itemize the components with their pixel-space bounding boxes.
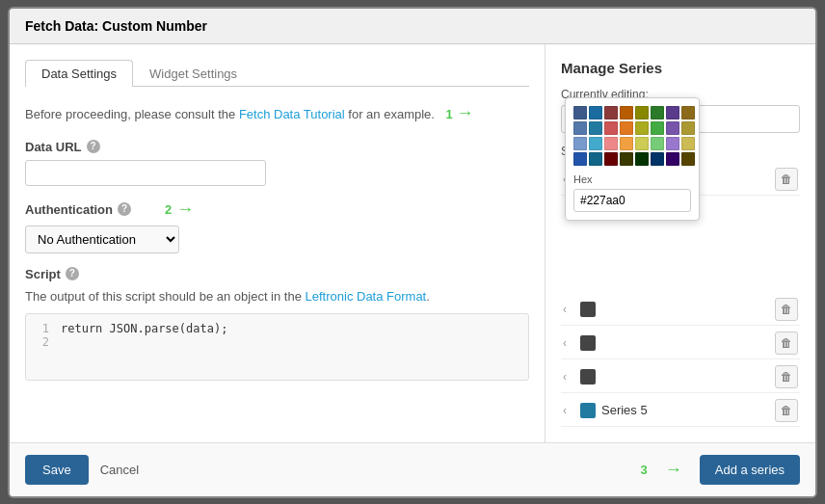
color-swatch[interactable]: [681, 106, 695, 119]
auth-help-icon[interactable]: ?: [118, 202, 131, 216]
color-grid: [573, 106, 691, 166]
color-swatch[interactable]: [620, 137, 633, 150]
series-5-arrow[interactable]: ‹: [563, 404, 574, 417]
color-swatch[interactable]: [604, 137, 618, 150]
modal-title: Fetch Data: Custom Number: [25, 18, 207, 34]
cancel-button[interactable]: Cancel: [100, 463, 139, 477]
code-line-2: 2: [34, 335, 520, 349]
color-swatch[interactable]: [604, 106, 618, 119]
code-editor[interactable]: 1 return JSON.parse(data); 2: [25, 313, 529, 381]
series-3-delete-button[interactable]: 🗑: [775, 332, 798, 355]
save-button[interactable]: Save: [25, 455, 89, 485]
series-5-name: Series 5: [601, 403, 769, 417]
color-swatch[interactable]: [666, 152, 679, 166]
series-3-arrow[interactable]: ‹: [563, 336, 574, 350]
add-series-button[interactable]: Add a series: [700, 455, 800, 485]
series-5-delete-button[interactable]: 🗑: [775, 399, 798, 422]
annotation-1: 1: [446, 107, 453, 121]
modal: Fetch Data: Custom Number Data Settings …: [8, 7, 817, 498]
code-line-1: 1 return JSON.parse(data);: [34, 322, 520, 335]
modal-body: Data Settings Widget Settings Before pro…: [10, 44, 815, 442]
color-swatch[interactable]: [620, 152, 633, 166]
series-2-color-swatch[interactable]: [580, 302, 596, 317]
color-swatch[interactable]: [651, 137, 664, 150]
color-picker-popup: Hex: [565, 97, 700, 221]
auth-section: Authentication ? 2 →: [25, 199, 529, 220]
data-url-input[interactable]: [25, 160, 266, 186]
color-swatch[interactable]: [666, 106, 679, 119]
arrow-2-icon: →: [176, 199, 194, 220]
script-section: Script ?: [25, 267, 529, 281]
series-row-2: ‹ 🗑: [561, 294, 800, 326]
color-swatch[interactable]: [589, 152, 602, 166]
color-swatch[interactable]: [651, 106, 664, 119]
series-5-color-swatch[interactable]: [580, 403, 596, 418]
color-swatch[interactable]: [681, 137, 695, 150]
script-help-icon[interactable]: ?: [66, 267, 79, 280]
color-swatch[interactable]: [573, 137, 587, 150]
color-swatch[interactable]: [681, 121, 695, 135]
series-row-5: ‹ Series 5 🗑: [561, 395, 800, 427]
color-swatch[interactable]: [573, 106, 587, 119]
color-swatch[interactable]: [589, 121, 602, 135]
annotation-2: 2: [165, 202, 172, 217]
series-3-color-swatch[interactable]: [580, 335, 596, 351]
manage-series-title: Manage Series: [561, 60, 800, 76]
color-swatch[interactable]: [681, 152, 695, 166]
auth-select[interactable]: No Authentication Basic Auth OAuth: [25, 225, 179, 253]
color-swatch[interactable]: [573, 121, 587, 135]
series-4-color-swatch[interactable]: [580, 369, 596, 385]
arrow-3-icon: →: [665, 460, 682, 480]
hex-label: Hex: [573, 173, 691, 185]
right-panel: Manage Series Currently editing: Select …: [546, 44, 815, 442]
color-swatch[interactable]: [589, 106, 602, 119]
annotation-3: 3: [641, 463, 648, 477]
script-description: The output of this script should be an o…: [25, 287, 529, 306]
tab-widget-settings[interactable]: Widget Settings: [133, 60, 253, 87]
data-url-help-icon[interactable]: ?: [87, 140, 100, 153]
series-2-arrow[interactable]: ‹: [563, 303, 574, 316]
modal-header: Fetch Data: Custom Number: [10, 9, 815, 44]
leftronic-format-link[interactable]: Leftronic Data Format: [306, 289, 427, 304]
left-panel: Data Settings Widget Settings Before pro…: [10, 44, 546, 442]
series-1-delete-button[interactable]: 🗑: [775, 168, 798, 191]
color-swatch[interactable]: [651, 121, 664, 135]
color-swatch[interactable]: [604, 152, 618, 166]
color-swatch[interactable]: [651, 152, 664, 166]
color-swatch[interactable]: [635, 137, 649, 150]
series-row-4: ‹ 🗑: [561, 361, 800, 393]
color-swatch[interactable]: [666, 137, 679, 150]
fetch-data-tutorial-link[interactable]: Fetch Data Tutorial: [239, 107, 345, 121]
color-swatch[interactable]: [635, 121, 649, 135]
series-4-delete-button[interactable]: 🗑: [775, 365, 798, 388]
color-swatch[interactable]: [620, 106, 633, 119]
series-list: ‹ Series 1 🗑: [561, 164, 800, 427]
color-swatch[interactable]: [635, 152, 649, 166]
color-swatch[interactable]: [666, 121, 679, 135]
color-swatch[interactable]: [604, 121, 618, 135]
info-text: Before proceeding, please consult the Fe…: [25, 100, 529, 126]
series-row-3: ‹ 🗑: [561, 328, 800, 359]
tab-data-settings[interactable]: Data Settings: [25, 60, 133, 87]
color-swatch[interactable]: [620, 121, 633, 135]
color-swatch[interactable]: [573, 152, 587, 166]
color-swatch[interactable]: [589, 137, 602, 150]
series-4-arrow[interactable]: ‹: [563, 370, 574, 384]
arrow-1-icon: →: [456, 103, 473, 122]
modal-footer: Save Cancel 3 → Add a series: [10, 442, 815, 496]
tabs: Data Settings Widget Settings: [25, 60, 529, 87]
color-swatch[interactable]: [635, 106, 649, 119]
data-url-section: Data URL ?: [25, 140, 529, 154]
hex-input[interactable]: [573, 189, 691, 212]
series-2-delete-button[interactable]: 🗑: [775, 298, 798, 321]
